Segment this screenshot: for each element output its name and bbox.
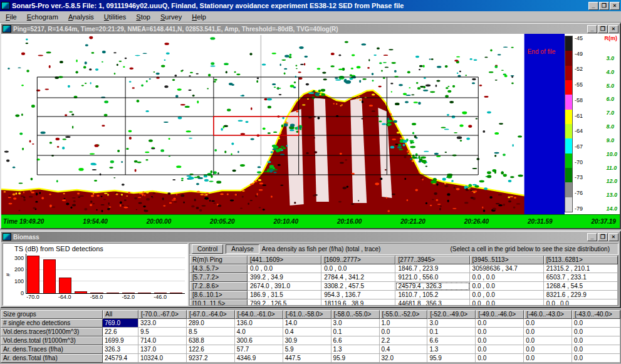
size-cell[interactable]: 1699.9: [103, 336, 138, 345]
size-cell[interactable]: 0.0: [572, 354, 620, 363]
size-cell[interactable]: 1.3: [427, 345, 476, 354]
grid-cell[interactable]: 0.0 , 0.0: [470, 273, 544, 282]
size-cell[interactable]: 1.3: [331, 345, 380, 354]
size-cell[interactable]: 0.0: [524, 319, 572, 328]
size-cell[interactable]: 769.0: [103, 319, 138, 328]
size-cell[interactable]: 0.0: [572, 328, 620, 336]
grid-cell[interactable]: 44681.8 , 356.3: [395, 299, 469, 306]
size-cell[interactable]: 0.4: [283, 328, 331, 336]
grid-cell[interactable]: 3308.2 , 457.5: [321, 282, 395, 291]
size-cell[interactable]: 10324.0: [138, 354, 187, 363]
grid-cell[interactable]: 6503.7 , 233.1: [544, 273, 618, 282]
biomass-close-button[interactable]: ×: [608, 233, 618, 241]
size-cell[interactable]: 4.0: [235, 328, 283, 336]
size-cell[interactable]: 4346.9: [235, 354, 283, 363]
grid-cell[interactable]: 954.3 , 136.7: [321, 291, 395, 299]
echogram-canvas[interactable]: End of file: [1, 34, 565, 214]
echogram-maximize-button[interactable]: ❐: [598, 25, 608, 33]
size-cell[interactable]: 1.0: [380, 319, 428, 328]
size-cell[interactable]: 0.0: [524, 345, 572, 354]
menu-item-utilities[interactable]: Utilities: [99, 12, 131, 22]
size-cell[interactable]: 0.1: [427, 328, 476, 336]
echogram-close-button[interactable]: ×: [608, 25, 618, 33]
size-cell[interactable]: 326.3: [103, 345, 138, 354]
grid-cell[interactable]: 9121.0 , 556.0: [395, 273, 469, 282]
size-cell[interactable]: 0.0: [476, 354, 524, 363]
size-cell[interactable]: 9237.2: [187, 354, 235, 363]
size-cell[interactable]: 0.0: [524, 336, 572, 345]
grid-cell[interactable]: 1610.7 , 105.2: [395, 291, 469, 299]
size-cell[interactable]: 0.0: [380, 328, 428, 336]
menu-item-survey[interactable]: Survey: [155, 12, 187, 22]
grid-cell[interactable]: 0.0 , 0.0: [248, 264, 321, 273]
minimize-button[interactable]: _: [588, 2, 598, 10]
size-cell[interactable]: 714.0: [138, 336, 187, 345]
grid-cell[interactable]: 0.0 , 0.0: [321, 264, 395, 273]
size-cell[interactable]: 0.0: [572, 319, 620, 328]
grid-cell[interactable]: 2674.0 , 391.0: [248, 282, 321, 291]
size-cell[interactable]: 6.6: [427, 336, 476, 345]
menu-item-analysis[interactable]: Analysis: [63, 12, 99, 22]
grid-cell[interactable]: 1846.7 , 223.9: [395, 264, 469, 273]
size-cell[interactable]: 289.0: [187, 319, 235, 328]
size-cell[interactable]: 447.5: [283, 354, 331, 363]
size-cell[interactable]: 0.1: [331, 328, 380, 336]
size-cell[interactable]: 0.0: [572, 336, 620, 345]
size-cell[interactable]: 136.0: [235, 319, 283, 328]
size-cell[interactable]: 57.7: [235, 345, 283, 354]
size-cell[interactable]: 0.0: [476, 345, 524, 354]
size-cell[interactable]: 0.0: [476, 336, 524, 345]
size-cell[interactable]: 0.0: [572, 345, 620, 354]
size-cell[interactable]: 3.0: [427, 319, 476, 328]
maximize-button[interactable]: ❐: [599, 2, 609, 10]
grid-cell[interactable]: 799.2 , 126.5: [248, 299, 321, 306]
echogram-minimize-button[interactable]: _: [587, 25, 597, 33]
grid-cell[interactable]: 186.9 , 31.5: [248, 291, 321, 299]
menu-item-stop[interactable]: Stop: [131, 12, 155, 22]
grid-cell[interactable]: 0.0 , 0.0: [470, 282, 544, 291]
size-cell[interactable]: 95.9: [331, 354, 380, 363]
grid-cell[interactable]: 30598636 , 34.7: [470, 264, 544, 273]
grid-cell[interactable]: 0.0 , 0.0: [470, 299, 544, 306]
size-cell[interactable]: 9.5: [138, 328, 187, 336]
analyse-button[interactable]: Analyse: [226, 244, 259, 254]
grid-cell[interactable]: 0.0 , 0.0: [470, 291, 544, 299]
size-cell[interactable]: 14.0: [283, 319, 331, 328]
size-cell[interactable]: 300.6: [235, 336, 283, 345]
size-cell[interactable]: 638.8: [187, 336, 235, 345]
size-cell[interactable]: 122.6: [187, 345, 235, 354]
size-cell[interactable]: 5.9: [283, 345, 331, 354]
size-cell[interactable]: 24579.4: [103, 354, 138, 363]
grid-cell[interactable]: 8321.6 , 229.9: [544, 291, 618, 299]
grid-cell[interactable]: 2784.4 , 341.2: [321, 273, 395, 282]
size-cell[interactable]: 6.6: [331, 336, 380, 345]
grid-cell[interactable]: 21315.2 , 210.1: [544, 264, 618, 273]
grid-cell[interactable]: 0.0 , 0.0: [544, 299, 618, 306]
menu-item-echogram[interactable]: Echogram: [22, 12, 63, 22]
size-cell[interactable]: 0.4: [380, 345, 428, 354]
grid-cell[interactable]: 24579.4 , 326.3: [395, 282, 469, 291]
grid-cell[interactable]: 1268.4 , 54.5: [544, 282, 618, 291]
biomass-maximize-button[interactable]: ❐: [598, 233, 608, 241]
size-cell[interactable]: 30.9: [283, 336, 331, 345]
size-cell[interactable]: 0.0: [476, 328, 524, 336]
grid-cell[interactable]: 18119.6 , 38.9: [321, 299, 395, 306]
size-cell[interactable]: 32.0: [380, 354, 428, 363]
size-cell[interactable]: 95.9: [427, 354, 476, 363]
close-button[interactable]: ×: [610, 2, 620, 10]
size-cell[interactable]: 8.5: [187, 328, 235, 336]
control-button[interactable]: Control: [192, 244, 223, 254]
size-cell[interactable]: 0.0: [476, 319, 524, 328]
size-cell[interactable]: 2.2: [380, 336, 428, 345]
size-cell[interactable]: 0.0: [524, 328, 572, 336]
grid-cell[interactable]: 399.2 , 34.9: [248, 273, 321, 282]
size-cell[interactable]: 323.0: [138, 319, 187, 328]
size-cell[interactable]: 137.0: [138, 345, 187, 354]
echogram-title: Ping=5217, R=14.64m, Time=20:21:29, NMEA…: [13, 26, 585, 33]
menu-item-file[interactable]: File: [1, 12, 22, 22]
size-cell[interactable]: 0.0: [524, 354, 572, 363]
menu-item-help[interactable]: Help: [187, 12, 211, 22]
size-cell[interactable]: 22.6: [103, 328, 138, 336]
size-cell[interactable]: 3.0: [331, 319, 380, 328]
biomass-minimize-button[interactable]: _: [587, 233, 597, 241]
